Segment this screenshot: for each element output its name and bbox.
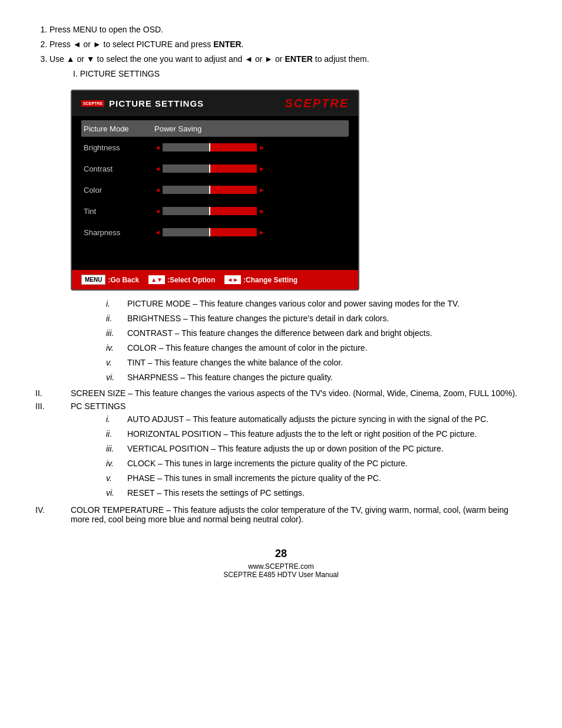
sub-item-ii: ii. BRIGHTNESS – This feature changes th… <box>106 312 527 325</box>
pc-sub-ii-content: HORIZONTAL POSITION – This feature adjus… <box>127 428 527 440</box>
osd-slider-contrast: ◄ ► <box>154 164 265 173</box>
go-back-label: :Go Back <box>108 276 139 284</box>
osd-brand: SCEPTRE <box>285 97 349 110</box>
pc-settings-label: PC SETTINGS <box>71 401 527 411</box>
sub-item-iv: iv. COLOR – This feature changes the amo… <box>106 342 527 354</box>
pc-sub-vi: vi. RESET – This resets the settings of … <box>106 487 527 499</box>
step-1: Press MENU to open the OSD. <box>49 24 527 36</box>
pc-sub-ii: ii. HORIZONTAL POSITION – This feature a… <box>106 428 527 440</box>
menu-button-icon: MENU <box>81 275 105 285</box>
pc-settings-sub-list: i. AUTO ADJUST – This feature automatica… <box>106 413 527 499</box>
slider-right-arrow-color: ► <box>259 186 265 193</box>
change-setting-label: :Change Setting <box>243 276 297 284</box>
slider-left-arrow-sharpness: ◄ <box>154 229 161 236</box>
osd-value-picture-mode: Power Saving <box>154 124 201 133</box>
osd-label-contrast: Contrast <box>84 164 154 173</box>
osd-slider-sharpness: ◄ ► <box>154 228 265 236</box>
slider-left-arrow-tint: ◄ <box>154 207 161 215</box>
sub-item-ii-content: BRIGHTNESS – This feature changes the pi… <box>127 312 527 325</box>
slider-left-arrow-color: ◄ <box>154 186 161 193</box>
pc-sub-iii-content: VERTICAL POSITION – This feature adjusts… <box>127 443 527 455</box>
picture-settings-header: I. PICTURE SETTINGS <box>73 68 527 80</box>
step-2: Press ◄ or ► to select PICTURE and press… <box>49 38 527 51</box>
footer-select-option: ▲▼ :Select Option <box>148 275 215 284</box>
osd-label-sharpness: Sharpness <box>84 228 154 237</box>
sub-item-v: v. TINT – This feature changes the white… <box>106 357 527 369</box>
sub-item-iii: iii. CONTRAST – This feature changes the… <box>106 327 527 340</box>
footer-manual: SCEPTRE E485 HDTV User Manual <box>35 571 527 579</box>
osd-slider-tint: ◄ ► <box>154 207 265 215</box>
osd-header: SCEPTRE PICTURE SETTINGS SCEPTRE <box>72 91 358 116</box>
osd-row-picture-mode: Picture Mode Power Saving <box>81 120 349 137</box>
pc-sub-i: i. AUTO ADJUST – This feature automatica… <box>106 413 527 426</box>
osd-footer: MENU :Go Back ▲▼ :Select Option ◄► :Chan… <box>72 270 358 289</box>
osd-body: Picture Mode Power Saving Brightness ◄ ►… <box>72 116 358 270</box>
left-right-icon: ◄► <box>224 275 241 284</box>
osd-row-brightness: Brightness ◄ ► <box>84 139 346 156</box>
footer-website: www.SCEPTRE.com <box>35 562 527 571</box>
sub-item-v-content: TINT – This feature changes the white ba… <box>127 357 527 369</box>
sub-item-i: i. PICTURE MODE – This feature changes v… <box>106 298 527 310</box>
page-number: 28 <box>35 548 527 560</box>
osd-title-area: SCEPTRE PICTURE SETTINGS <box>81 98 204 108</box>
slider-bar-contrast <box>163 164 257 173</box>
roman-iii-content: PC SETTINGS i. AUTO ADJUST – This featur… <box>71 401 527 502</box>
sub-item-vi: vi. SHARPNESS – This feature changes the… <box>106 371 527 384</box>
osd-row-color: Color ◄ ► <box>84 182 346 198</box>
slider-left-arrow: ◄ <box>154 144 161 151</box>
sub-item-iv-content: COLOR – This feature changes the amount … <box>127 342 527 354</box>
select-option-label: :Select Option <box>167 276 215 284</box>
pc-sub-vi-content: RESET – This resets the settings of PC s… <box>127 487 527 499</box>
pc-sub-iv-content: CLOCK – This tunes in large increments t… <box>127 457 527 470</box>
roman-ii: II. SCREEN SIZE – This feature changes t… <box>35 388 527 398</box>
footer-change-setting: ◄► :Change Setting <box>224 275 297 284</box>
osd-row-contrast: Contrast ◄ ► <box>84 160 346 177</box>
slider-bar-brightness <box>163 143 257 151</box>
osd-label-brightness: Brightness <box>84 143 154 152</box>
osd-label-picture-mode: Picture Mode <box>84 124 154 133</box>
instructions-section: Press MENU to open the OSD. Press ◄ or ►… <box>35 24 527 80</box>
slider-bar-sharpness <box>163 228 257 236</box>
osd-slider-color: ◄ ► <box>154 186 265 194</box>
roman-ii-content: SCREEN SIZE – This feature changes the v… <box>71 388 527 398</box>
up-down-icon: ▲▼ <box>148 275 165 284</box>
roman-iv: IV. COLOR TEMPERATURE – This feature adj… <box>35 505 527 524</box>
sub-item-iii-content: CONTRAST – This feature changes the diff… <box>127 327 527 340</box>
sub-item-vi-content: SHARPNESS – This feature changes the pic… <box>127 371 527 384</box>
picture-sub-list: i. PICTURE MODE – This feature changes v… <box>106 298 527 384</box>
osd-screen: SCEPTRE PICTURE SETTINGS SCEPTRE Picture… <box>71 90 359 291</box>
pc-sub-i-content: AUTO ADJUST – This feature automatically… <box>127 413 527 426</box>
pc-sub-iii: iii. VERTICAL POSITION – This feature ad… <box>106 443 527 455</box>
slider-right-arrow-tint: ► <box>259 207 265 215</box>
osd-label-tint: Tint <box>84 207 154 216</box>
roman-sections: II. SCREEN SIZE – This feature changes t… <box>35 388 527 524</box>
pc-sub-iv: iv. CLOCK – This tunes in large incremen… <box>106 457 527 470</box>
slider-left-arrow-contrast: ◄ <box>154 165 161 172</box>
pc-sub-v-content: PHASE – This tunes in small increments t… <box>127 472 527 485</box>
osd-slider-brightness: ◄ ► <box>154 143 265 151</box>
osd-title: PICTURE SETTINGS <box>109 98 204 108</box>
osd-row-sharpness: Sharpness ◄ ► <box>84 224 346 241</box>
osd-label-color: Color <box>84 186 154 195</box>
pc-sub-v: v. PHASE – This tunes in small increment… <box>106 472 527 485</box>
osd-row-tint: Tint ◄ ► <box>84 203 346 219</box>
roman-iv-content: COLOR TEMPERATURE – This feature adjusts… <box>71 505 527 524</box>
slider-right-arrow-sharpness: ► <box>259 229 265 236</box>
step-3: Use ▲ or ▼ to select the one you want to… <box>49 53 527 80</box>
page-footer: 28 www.SCEPTRE.com SCEPTRE E485 HDTV Use… <box>35 548 527 579</box>
slider-right-arrow-contrast: ► <box>259 165 265 172</box>
osd-logo: SCEPTRE <box>81 100 104 107</box>
slider-bar-color <box>163 186 257 194</box>
roman-iii: III. PC SETTINGS i. AUTO ADJUST – This f… <box>35 401 527 502</box>
sub-item-i-content: PICTURE MODE – This feature changes vari… <box>127 298 527 310</box>
slider-bar-tint <box>163 207 257 215</box>
footer-go-back: MENU :Go Back <box>81 275 139 285</box>
slider-right-arrow: ► <box>259 144 265 151</box>
